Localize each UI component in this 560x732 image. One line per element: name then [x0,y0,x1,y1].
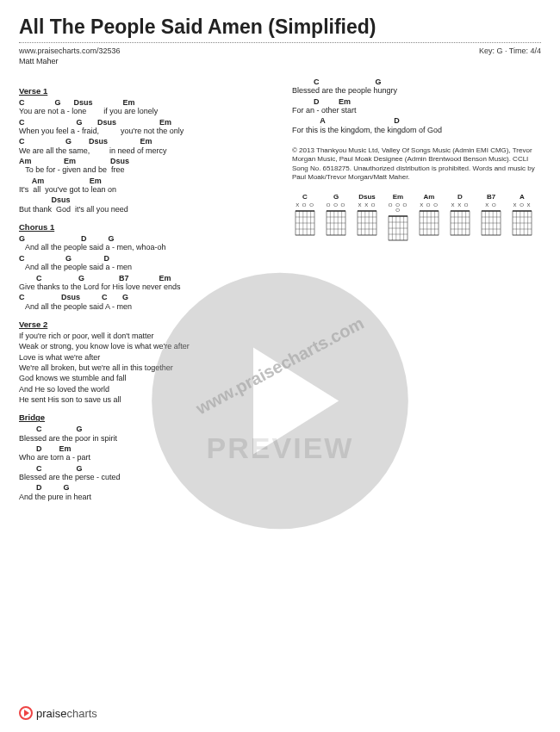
lyric-text: And He so loved the world [19,385,268,394]
lyric-line: D EmFor an - other start [292,97,541,115]
lyric-line: Love is what we're after [19,353,268,362]
key-time: Key: G · Time: 4/4 [479,47,541,55]
lyric-line: He sent His son to save us all [19,395,268,404]
chord-row: C G Dsus Em [19,98,268,107]
lyric-line: C G B7 EmGive thanks to the Lord for His… [19,274,268,292]
lyric-text: Blessed are the people hungry [292,86,541,95]
chord-diagram: CX O O [292,193,318,242]
lyric-text: Blessed are the poor in spirit [19,434,268,443]
chord-row: Am Em [19,177,268,185]
lyric-line: C Dsus C G And all the people said A - m… [19,293,268,311]
lyric-text: And the pure in heart [19,493,268,501]
chord-label: Em [385,193,411,201]
footer-logo: praisecharts [19,706,97,720]
chord-row: A D [292,116,541,125]
lyric-line: God knows we stumble and fall [19,374,268,382]
chord-fretmarks: O O O O [385,202,411,213]
chord-label: C [292,193,318,201]
chord-label: D [447,193,473,201]
lyric-text: If you're rich or poor, well it don't ma… [19,332,268,340]
section-label: Verse 1 [19,86,268,96]
lyric-text: And all the people said A - men [19,302,268,311]
lyric-text: Weak or strong, you know love is what we… [19,342,268,350]
section-label: Bridge [19,413,268,422]
section-label: Chorus 1 [19,222,268,232]
lyric-line: G D G And all the people said a - men, w… [19,234,268,252]
chord-fretmarks: X O O [416,202,442,208]
chord-row: D Em [19,444,268,453]
footer-brand: praisecharts [36,707,97,720]
chord-row: D Em [292,97,541,106]
chord-row: C Dsus C G [19,293,268,301]
meta-row: www.praisecharts.com/32536 Key: G · Time… [19,47,541,55]
chord-row: C G [19,425,268,433]
lyric-text: And all the people said a - men, whoa-oh [19,243,268,251]
lyric-line: D EmWho are torn a - part [19,444,268,462]
chord-row: D G [19,483,268,492]
play-icon [19,706,33,720]
lyric-line: We're all broken, but we're all in this … [19,363,268,372]
lyric-text: For this is the kingdom, the kingdom of … [292,126,541,134]
lyric-line: C GBlessed are the perse - cuted [19,464,268,482]
lyric-text: We are all the same, in need of mercy [19,146,268,155]
lyric-text: God knows we stumble and fall [19,374,268,382]
lyric-line: C G D And all the people said a - men [19,254,268,272]
chord-row: C G D [19,254,268,263]
lyric-line: A DFor this is the kingdom, the kingdom … [292,116,541,134]
lyric-text: Love is what we're after [19,353,268,362]
chord-fretmarks: O O O [323,202,349,208]
lyric-line: C G Dsus EmWhen you feel a - fraid, you'… [19,118,268,136]
lyric-text: Blessed are the perse - cuted [19,473,268,481]
chord-row: Am Em Dsus [19,157,268,165]
lyric-line: Am Em Dsus To be for - given and be free [19,157,268,175]
chord-row: C G B7 Em [19,274,268,282]
lyric-line: Weak or strong, you know love is what we… [19,342,268,350]
chord-diagram: DsusX X O [354,193,380,242]
lyric-text: You are not a - lone if you are lonely [19,107,268,115]
lyric-line: DsusBut thank God it's all you need [19,195,268,214]
chord-label: Am [416,193,442,201]
chord-grid: CX O OG O O ODsusX X O EmO O O OAmX O OD… [292,193,541,242]
source-url: www.praisecharts.com/32536 [19,47,121,55]
lyric-text: Who are torn a - part [19,453,268,462]
chord-diagram: EmO O O O [385,193,411,242]
right-column: C GBlessed are the people hungry D EmFor… [292,78,541,503]
section-label: Verse 2 [19,319,268,329]
chord-diagram: DX X O [447,193,473,242]
lyric-text: And all the people said a - men [19,263,268,271]
chord-row: C G Dsus Em [19,137,268,146]
lyric-line: If you're rich or poor, well it don't ma… [19,332,268,340]
left-column: Verse 1C G Dsus EmYou are not a - lone i… [19,78,268,503]
lyric-line: C GBlessed are the people hungry [292,78,541,96]
copyright-text: © 2013 Thankyou Music Ltd, Valley Of Son… [292,146,541,183]
lyric-text: Give thanks to the Lord for His love nev… [19,282,268,291]
chord-row: G D G [19,234,268,243]
lyric-text: We're all broken, but we're all in this … [19,363,268,372]
lyric-text: He sent His son to save us all [19,395,268,404]
divider [19,42,541,43]
chord-row: C G [292,78,541,86]
lyric-line: Am EmIt's all you've got to lean on [19,177,268,195]
chord-label: G [323,193,349,201]
chord-diagram: G O O O [323,193,349,242]
lyric-text: When you feel a - fraid, you're not the … [19,127,268,135]
page-title: All The People Said Amen (Simplified) [19,16,541,39]
chord-label: B7 [478,193,504,201]
lyric-text: For an - other start [292,106,541,115]
lyric-line: C GBlessed are the poor in spirit [19,425,268,443]
lyric-text: But thank God it's all you need [19,205,268,214]
chord-diagram: AX O X [509,193,535,242]
lyric-text: To be for - given and be free [19,165,268,174]
chord-row: C G [19,464,268,473]
chord-fretmarks: X O O [292,202,318,208]
lyric-line: C G Dsus EmYou are not a - lone if you a… [19,98,268,116]
lyric-line: D GAnd the pure in heart [19,483,268,501]
chord-diagram: B7X O [478,193,504,242]
chord-row: Dsus [19,195,268,204]
chord-diagram: AmX O O [416,193,442,242]
lyric-line: And He so loved the world [19,385,268,394]
chord-row: C G Dsus Em [19,118,268,127]
lyric-text: It's all you've got to lean on [19,185,268,194]
artist-name: Matt Maher [19,57,541,65]
chord-label: Dsus [354,193,380,201]
